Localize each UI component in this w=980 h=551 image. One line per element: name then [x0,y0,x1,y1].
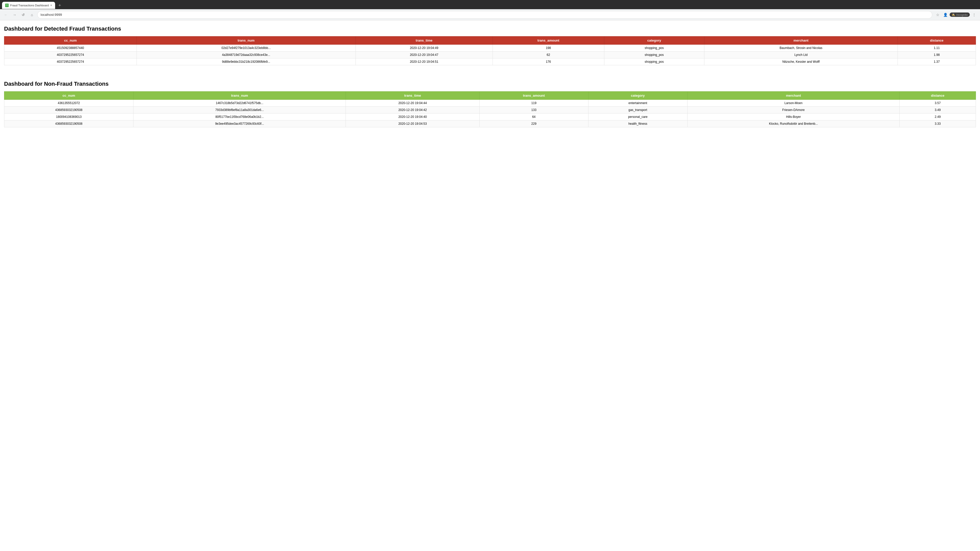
nonfraud-row-1-cc_num: 4368593032190508 [4,106,134,114]
nonfraud-row-0-category: entertainment [588,100,687,106]
fraud-row-0-trans_time: 2020-12-20 19:04:49 [355,44,493,52]
fraud-row-1-cc_num: 4037295225657274 [4,52,137,59]
forward-button[interactable]: → [11,11,18,18]
fraud-row-0-trans_num: 02d27e94f279e1013a4c323eb8bb... [137,44,355,52]
fraud-row-0-merchant: Baumbach, Strosin and Nicolas [704,44,898,52]
nonfraud-row-1-category: gas_transport [588,106,687,114]
fraud-col-category: category [604,37,704,44]
fraud-row-2: 4037295225657274 9d88e9ebbc31b218c192086… [4,59,976,65]
fraud-row-1-trans_time: 2020-12-20 19:04:47 [355,52,493,59]
fraud-section: Dashboard for Detected Fraud Transaction… [4,25,976,65]
nonfraud-row-2-trans_time: 2020-12-20 19:04:40 [346,114,479,121]
nonfraud-row-2: 180094108369013 80f5177be11f0bcd768e06a0… [4,114,976,121]
nonfraud-row-0-distance: 3.57 [900,100,976,106]
profile-icon: 👤 [943,13,948,17]
fraud-row-1: 4037295225657274 4a3848719d72daaa32c938c… [4,52,976,59]
reload-button[interactable]: ↺ [20,11,27,18]
nonfraud-row-3-category: health_fitness [588,121,687,127]
nonfraud-col-cc_num: cc_num [4,92,134,100]
nonfraud-row-0-trans_amount: 119 [479,100,588,106]
back-button[interactable]: ← [3,11,9,18]
fraud-col-merchant: merchant [704,37,898,44]
nonfraud-row-3-distance: 3.33 [900,121,976,127]
nonfraud-col-category: category [588,92,687,100]
browser-toolbar: ← → ↺ ⌂ localhost:9999 ☆ 👤 🕵 Incognito ⋮ [0,9,980,21]
nonfraud-row-1-trans_time: 2020-12-20 19:04:42 [346,106,479,114]
browser-chrome: 🛡 Fraud Transactions Dashboard × + ← → ↺… [0,0,980,21]
fraud-row-2-merchant: Nitzsche, Kessler and Wolff [704,59,898,65]
nonfraud-row-3: 4368593032190508 9e3ee495dee3ac4577269c9… [4,121,976,127]
nonfraud-section: Dashboard for Non-Fraud Transactions cc_… [4,81,976,127]
incognito-badge: 🕵 Incognito [950,13,970,17]
nonfraud-row-0: 4361355512072 1467c318b5d73d22d6741f575d… [4,100,976,106]
fraud-row-0-cc_num: 4515092388857440 [4,44,137,52]
nonfraud-col-trans_time: trans_time [346,92,479,100]
bookmark-button[interactable]: ☆ [934,11,941,18]
fraud-col-trans_time: trans_time [355,37,493,44]
nonfraud-table: cc_num trans_num trans_time trans_amount… [4,91,976,127]
fraud-row-2-distance: 1.37 [897,59,976,65]
fraud-col-trans_amount: trans_amount [493,37,604,44]
fraud-col-cc_num: cc_num [4,37,137,44]
nonfraud-row-3-trans_amount: 229 [479,121,588,127]
nonfraud-row-3-merchant: Klocko, Runolfsdottir and Breitenb... [687,121,900,127]
nonfraud-row-1-merchant: Friesen-DAmore [687,106,900,114]
fraud-row-1-category: shopping_pos [604,52,704,59]
nonfraud-row-1: 4368593032190508 7933d389bf8ef8a11a8a301… [4,106,976,114]
fraud-row-2-trans_amount: 176 [493,59,604,65]
address-text: localhost:9999 [41,13,929,17]
profile-button[interactable]: 👤 [942,11,948,18]
nonfraud-row-3-trans_num: 9e3ee495dee3ac4577269c93c60f... [134,121,346,127]
incognito-icon: 🕵 [952,13,955,16]
page-content: Dashboard for Detected Fraud Transaction… [0,21,980,148]
new-tab-button[interactable]: + [56,2,63,9]
fraud-row-1-distance: 1.98 [897,52,976,59]
nonfraud-col-distance: distance [900,92,976,100]
fraud-row-0-category: shopping_pos [604,44,704,52]
tab-title: Fraud Transactions Dashboard [10,4,49,7]
nonfraud-row-0-cc_num: 4361355512072 [4,100,134,106]
fraud-col-trans_num: trans_num [137,37,355,44]
fraud-row-2-trans_time: 2020-12-20 19:04:51 [355,59,493,65]
home-button[interactable]: ⌂ [29,11,35,18]
fraud-table-body: 4515092388857440 02d27e94f279e1013a4c323… [4,44,976,65]
nonfraud-row-2-trans_num: 80f5177be11f0bcd768e06a0b1b2... [134,114,346,121]
fraud-row-1-merchant: Lynch Ltd [704,52,898,59]
tab-favicon: 🛡 [5,3,9,7]
nonfraud-row-2-distance: 2.49 [900,114,976,121]
nonfraud-row-2-cc_num: 180094108369013 [4,114,134,121]
nonfraud-col-trans_amount: trans_amount [479,92,588,100]
nonfraud-row-0-merchant: Larson-Moen [687,100,900,106]
tab-close-button[interactable]: × [50,3,52,7]
nonfraud-table-header: cc_num trans_num trans_time trans_amount… [4,92,976,100]
nonfraud-row-1-trans_amount: 133 [479,106,588,114]
nonfraud-row-1-trans_num: 7933d389bf8ef8a11a8a301da6e6... [134,106,346,114]
fraud-row-2-trans_num: 9d88e9ebbc31b218c192086fbfe9... [137,59,355,65]
nonfraud-row-1-distance: 3.49 [900,106,976,114]
fraud-header-row: cc_num trans_num trans_time trans_amount… [4,37,976,44]
nonfraud-row-2-category: personal_care [588,114,687,121]
fraud-col-distance: distance [897,37,976,44]
toolbar-actions: ☆ 👤 🕵 Incognito ⋮ [934,11,977,18]
active-tab[interactable]: 🛡 Fraud Transactions Dashboard × [2,2,55,9]
nonfraud-section-title: Dashboard for Non-Fraud Transactions [4,81,976,87]
nonfraud-row-2-trans_amount: 64 [479,114,588,121]
nonfraud-row-3-cc_num: 4368593032190508 [4,121,134,127]
nonfraud-header-row: cc_num trans_num trans_time trans_amount… [4,92,976,100]
menu-button[interactable]: ⋮ [971,11,977,18]
fraud-row-2-cc_num: 4037295225657274 [4,59,137,65]
fraud-row-0-distance: 1.11 [897,44,976,52]
fraud-table: cc_num trans_num trans_time trans_amount… [4,36,976,65]
fraud-table-header: cc_num trans_num trans_time trans_amount… [4,37,976,44]
fraud-row-2-category: shopping_pos [604,59,704,65]
nonfraud-row-0-trans_num: 1467c318b5d73d22d6741f575db... [134,100,346,106]
fraud-section-title: Dashboard for Detected Fraud Transaction… [4,25,976,32]
fraud-row-0: 4515092388857440 02d27e94f279e1013a4c323… [4,44,976,52]
fraud-row-1-trans_num: 4a3848719d72daaa32c938ce43e... [137,52,355,59]
address-bar[interactable]: localhost:9999 [37,11,932,19]
nonfraud-table-body: 4361355512072 1467c318b5d73d22d6741f575d… [4,100,976,127]
incognito-label: Incognito [956,13,968,16]
nonfraud-row-2-merchant: Hills-Boyer [687,114,900,121]
nonfraud-col-trans_num: trans_num [134,92,346,100]
nonfraud-row-0-trans_time: 2020-12-20 19:04:44 [346,100,479,106]
